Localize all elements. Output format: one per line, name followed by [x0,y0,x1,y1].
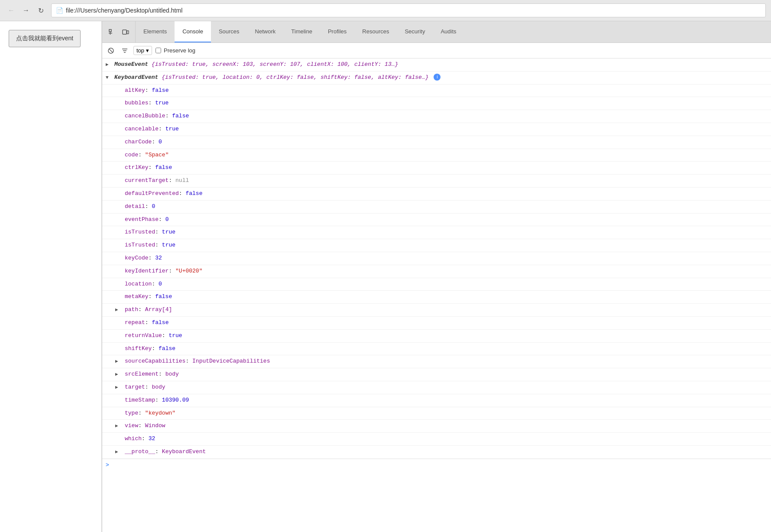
device-toolbar-icon[interactable] [120,26,132,38]
keyboard-event-properties: altKey: falsebubbles: truecancelBubble: … [102,84,771,459]
prop-entry[interactable]: ▶target: body [102,381,771,394]
prop-expand-icon[interactable]: ▶ [115,306,118,314]
prop-entry[interactable]: ▶sourceCapabilities: InputDeviceCapabili… [102,355,771,368]
tab-console[interactable]: Console [175,21,211,42]
keyboard-event-header[interactable]: ▼ KeyboardEvent {isTrusted: true, locati… [102,71,771,84]
reload-button[interactable]: ↻ [35,4,47,16]
preserve-log-toggle[interactable]: Preserve log [155,47,195,54]
prop-entry: type: "keydown" [102,407,771,420]
prop-colon: : [138,152,145,158]
filter-button[interactable] [120,45,130,56]
prop-value: true [165,126,179,132]
prop-value: InputDeviceCapabilities [192,358,270,364]
prop-name: shiftKey [125,345,152,352]
prop-entry: cancelable: true [102,123,771,136]
prop-value: 0 [152,203,155,210]
prop-entry[interactable]: ▶srcElement: body [102,368,771,381]
prop-entry: eventPhase: 0 [102,214,771,227]
prop-name: timeStamp [125,397,155,403]
prop-expand-icon[interactable]: ▶ [115,371,118,379]
prop-value: "keydown" [145,410,175,416]
prop-entry: charCode: 0 [102,136,771,149]
prop-expand-icon[interactable]: ▶ [115,422,118,430]
prop-colon: : [149,255,155,261]
keyboard-event-expand-icon[interactable]: ▼ [106,74,109,82]
prop-colon: : [155,242,162,248]
svg-line-6 [109,49,113,52]
mouse-event-entry[interactable]: ▶ MouseEvent {isTrusted: true, screenX: … [102,58,771,71]
prop-name: charCode [125,139,152,145]
prop-name: cancelable [125,126,159,132]
prop-value: true [155,100,168,106]
prop-colon: : [159,371,165,377]
prop-name: code [125,152,138,158]
prop-value: 0 [159,139,162,145]
page-icon: 📄 [56,7,63,14]
prop-entry: returnValue: true [102,330,771,343]
prop-colon: : [149,164,155,171]
mouse-event-expand-icon[interactable]: ▶ [106,61,109,69]
forward-button[interactable]: → [20,4,32,16]
back-button[interactable]: ← [5,4,17,16]
preserve-log-checkbox[interactable] [155,48,161,53]
tab-sources-label: Sources [219,28,240,35]
prop-entry[interactable]: ▶view: Window [102,420,771,433]
prop-colon: : [155,397,162,403]
prop-name: detail [125,203,145,210]
prop-name: target [125,384,145,390]
prop-entry: ctrlKey: false [102,162,771,175]
devtools-panel: Elements Console Sources Network Timelin… [102,21,771,532]
prop-name: type [125,410,138,416]
prop-colon: : [138,410,145,416]
prop-name: keyIdentifier [125,268,168,274]
console-prompt[interactable] [102,459,771,464]
prop-colon: : [168,268,175,274]
tab-timeline[interactable]: Timeline [283,21,320,42]
context-selector[interactable]: top ▾ [133,46,152,55]
prop-colon: : [155,229,162,235]
prop-entry: altKey: false [102,84,771,97]
prop-name: returnValue [125,332,162,339]
tab-sources[interactable]: Sources [211,21,247,42]
prop-entry[interactable]: ▶__proto__: KeyboardEvent [102,446,771,459]
prop-name: altKey [125,87,145,94]
inspect-element-icon[interactable] [106,26,118,38]
prop-expand-icon[interactable]: ▶ [115,384,118,392]
prop-expand-icon[interactable]: ▶ [115,448,118,456]
prop-expand-icon[interactable]: ▶ [115,358,118,366]
prop-entry: bubbles: true [102,97,771,110]
prop-colon: : [159,216,165,223]
prop-colon: : [138,306,145,313]
clear-console-button[interactable] [106,45,116,56]
prop-value: body [152,384,165,390]
tab-console-label: Console [182,28,203,35]
prop-name: path [125,306,138,313]
prop-name: isTrusted [125,242,155,248]
demo-button[interactable]: 点击我就能看到event [9,30,81,47]
tab-security[interactable]: Security [397,21,433,42]
tab-elements[interactable]: Elements [136,21,175,42]
devtools-tabbar: Elements Console Sources Network Timelin… [102,21,771,43]
prop-value: 32 [149,435,155,442]
keyboard-event-info-badge: i [434,74,441,81]
prop-colon: : [142,435,149,442]
tab-timeline-label: Timeline [291,28,312,35]
tab-network[interactable]: Network [247,21,284,42]
preserve-log-label: Preserve log [164,47,195,54]
prop-entry[interactable]: ▶path: Array[4] [102,304,771,317]
prop-entry: isTrusted: true [102,239,771,252]
tab-audits[interactable]: Audits [433,21,464,42]
prop-colon: : [179,190,186,197]
prop-colon: : [152,139,159,145]
address-bar[interactable]: 📄 [51,3,766,17]
prop-name: keyCode [125,255,149,261]
tab-profiles[interactable]: Profiles [320,21,354,42]
prop-entry: location: 0 [102,278,771,291]
prop-name: isTrusted [125,229,155,235]
prop-name: metaKey [125,293,149,300]
prop-entry: code: "Space" [102,149,771,162]
prop-value: body [165,371,179,377]
url-input[interactable] [66,7,761,14]
svg-rect-3 [123,30,126,34]
tab-resources[interactable]: Resources [354,21,397,42]
